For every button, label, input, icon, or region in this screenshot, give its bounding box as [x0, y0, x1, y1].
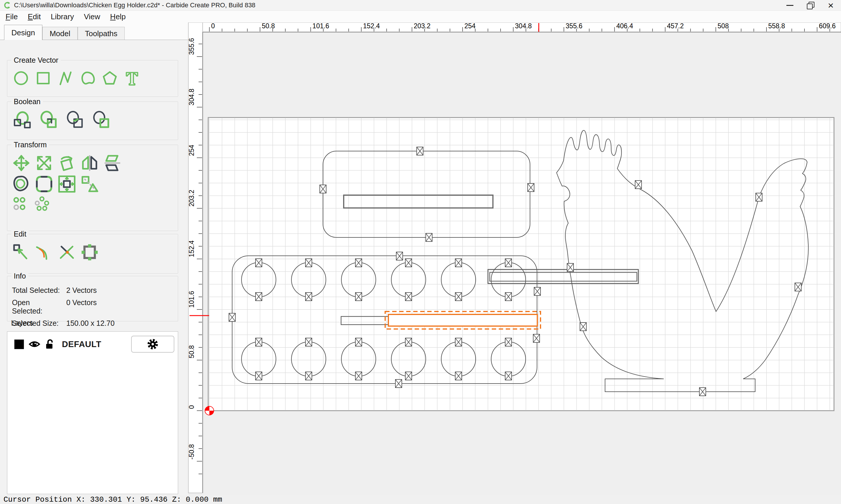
- svg-text:101.6: 101.6: [188, 291, 195, 308]
- menu-view[interactable]: View: [79, 11, 105, 22]
- boolean-intersect-icon[interactable]: [65, 110, 87, 130]
- group-boolean-label: Boolean: [12, 97, 43, 106]
- close-icon: ×: [828, 0, 834, 11]
- svg-text:508: 508: [718, 22, 728, 30]
- svg-text:457.2: 457.2: [667, 22, 684, 30]
- info-open-selected-label: Open Selected:: [12, 299, 62, 315]
- group-info: Info Total Selected: 2 Vectors Open Sele…: [7, 276, 178, 321]
- layer-settings-button[interactable]: [131, 336, 174, 353]
- svg-text:0: 0: [211, 22, 215, 30]
- menu-help[interactable]: Help: [105, 11, 131, 22]
- svg-text:-50.8: -50.8: [188, 444, 195, 460]
- boolean-xor-icon[interactable]: [91, 110, 113, 130]
- round-corners-icon[interactable]: [35, 175, 53, 193]
- svg-text:304.8: 304.8: [515, 22, 532, 30]
- menu-edit[interactable]: Edit: [23, 11, 46, 22]
- svg-text:101.6: 101.6: [312, 22, 329, 30]
- restore-icon: [807, 1, 814, 9]
- curve-tool-icon[interactable]: [79, 69, 97, 87]
- info-open-selected-value: 0 Vectors: [62, 299, 178, 315]
- layer-row-default[interactable]: DEFAULT: [7, 331, 178, 353]
- align-icon[interactable]: [12, 196, 29, 212]
- status-bar: Cursor Position X: 330.301 Y: 95.436 Z: …: [0, 495, 841, 504]
- minimize-icon: [786, 5, 793, 6]
- group-transform: Transform: [7, 145, 178, 231]
- resize-handles-icon[interactable]: [80, 243, 99, 262]
- svg-text:152.4: 152.4: [363, 22, 380, 30]
- polygon-tool-icon[interactable]: [101, 69, 119, 87]
- trim-vectors-icon[interactable]: [57, 243, 76, 262]
- svg-text:609.6: 609.6: [819, 22, 836, 30]
- scale-icon[interactable]: [35, 154, 53, 173]
- svg-text:254: 254: [464, 22, 476, 30]
- nest-icon[interactable]: [33, 196, 50, 212]
- restore-button[interactable]: [800, 0, 821, 11]
- svg-text:558.8: 558.8: [768, 22, 785, 30]
- mirror-vertical-icon[interactable]: [103, 154, 122, 173]
- layer-color-swatch[interactable]: [14, 340, 24, 349]
- rotate-icon[interactable]: [57, 154, 76, 173]
- cursor-position-readout: Cursor Position X: 330.301 Y: 95.436 Z: …: [3, 495, 222, 504]
- tab-toolpaths[interactable]: Toolpaths: [78, 27, 125, 40]
- svg-text:355.6: 355.6: [188, 38, 195, 55]
- svg-text:406.4: 406.4: [616, 22, 633, 30]
- svg-text:254: 254: [188, 145, 195, 156]
- group-edit: Edit: [7, 234, 178, 274]
- left-panel: Design Model Toolpaths Create Vector Boo…: [0, 22, 188, 495]
- svg-text:50.8: 50.8: [262, 22, 275, 30]
- group-create-vector-label: Create Vector: [12, 56, 61, 65]
- svg-text:304.8: 304.8: [188, 89, 195, 106]
- selected-slot-rect[interactable]: [389, 314, 537, 326]
- title-bar: C:\Users\willa\Downloads\Chicken Egg Hol…: [0, 0, 841, 11]
- tab-model[interactable]: Model: [42, 27, 78, 40]
- design-canvas[interactable]: 050.8101.6152.4203.2254304.8355.6406.445…: [188, 22, 841, 495]
- inner-offset-icon[interactable]: [57, 175, 76, 193]
- svg-text:0: 0: [188, 405, 195, 409]
- svg-text:203.2: 203.2: [188, 190, 195, 207]
- group-edit-label: Edit: [12, 230, 29, 238]
- group-transform-label: Transform: [12, 141, 49, 149]
- layers-title: Layers: [11, 319, 33, 327]
- tab-design[interactable]: Design: [4, 25, 42, 40]
- unlock-icon[interactable]: [45, 339, 55, 350]
- polyline-tool-icon[interactable]: [56, 69, 74, 87]
- group-boolean: Boolean: [7, 102, 178, 140]
- rectangle-tool-icon[interactable]: [34, 69, 52, 87]
- svg-text:152.4: 152.4: [188, 240, 195, 257]
- mirror-horizontal-icon[interactable]: [80, 154, 99, 173]
- boolean-subtract-icon[interactable]: [38, 110, 61, 130]
- node-edit-icon[interactable]: [12, 243, 31, 262]
- group-info-label: Info: [12, 272, 28, 280]
- canvas-area: 050.8101.6152.4203.2254304.8355.6406.445…: [188, 22, 841, 495]
- menu-file[interactable]: File: [1, 11, 23, 22]
- minimize-button[interactable]: [780, 0, 800, 11]
- close-button[interactable]: ×: [821, 0, 841, 11]
- svg-text:203.2: 203.2: [414, 22, 431, 30]
- text-tool-icon[interactable]: [123, 69, 141, 87]
- tab-bar: Design Model Toolpaths: [0, 22, 188, 40]
- boolean-union-icon[interactable]: [12, 110, 34, 130]
- svg-text:50.8: 50.8: [188, 345, 195, 358]
- carbide-create-logo-icon: [3, 1, 11, 9]
- group-create-vector: Create Vector: [7, 60, 178, 97]
- layers-panel: DEFAULT: [7, 331, 178, 494]
- join-vectors-icon[interactable]: [35, 243, 53, 262]
- window-title: C:\Users\willa\Downloads\Chicken Egg Hol…: [14, 1, 256, 9]
- layer-settings-gear-icon: [146, 338, 159, 350]
- menu-bar: File Edit Library View Help: [0, 11, 841, 22]
- trim-shape-icon[interactable]: [80, 175, 99, 193]
- info-selected-size-value: 150.00 x 12.70: [62, 319, 178, 327]
- app-window: C:\Users\willa\Downloads\Chicken Egg Hol…: [0, 0, 841, 504]
- circle-tool-icon[interactable]: [12, 69, 30, 87]
- window-controls: ×: [780, 0, 841, 11]
- selected-rectangle[interactable]: [385, 311, 540, 329]
- svg-text:355.6: 355.6: [566, 22, 583, 30]
- origin-marker[interactable]: [205, 406, 214, 415]
- menu-library[interactable]: Library: [46, 11, 79, 22]
- info-total-selected-label: Total Selected:: [12, 286, 62, 294]
- design-panel: Create Vector Boolean: [0, 40, 188, 495]
- visibility-eye-icon[interactable]: [29, 339, 40, 349]
- layer-name: DEFAULT: [62, 340, 101, 349]
- offset-icon[interactable]: [12, 175, 31, 193]
- move-icon[interactable]: [12, 154, 31, 173]
